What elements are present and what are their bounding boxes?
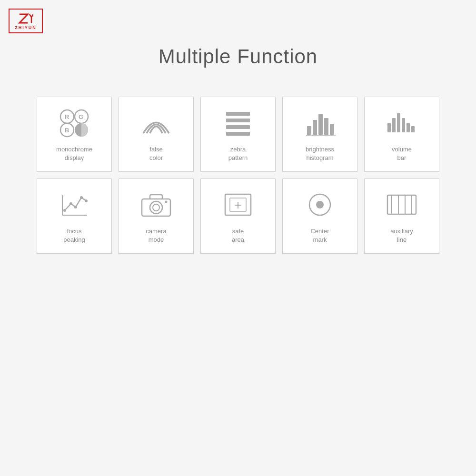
svg-point-30 [74,206,77,208]
card-false-color: falsecolor [119,97,194,172]
auxiliary-line-label: auxiliaryline [390,227,413,244]
svg-point-29 [69,202,72,205]
card-brightness-histogram: brightnesshistogram [282,97,357,172]
svg-text:B: B [65,127,69,134]
svg-rect-10 [226,112,250,116]
svg-text:G: G [79,113,83,120]
svg-rect-45 [405,195,412,214]
graph-icon [58,188,91,221]
feature-grid: R G B monochromedisplay [0,97,476,254]
card-auxiliary-line: auxiliaryline [364,178,439,254]
centermark-icon [303,188,337,221]
svg-rect-17 [324,118,328,135]
card-volume-bar: volumebar [364,97,439,172]
focus-peaking-label: focuspeaking [63,227,85,244]
volumebar-icon [385,106,418,139]
card-center-mark: Centermark [282,178,357,254]
card-zebra-pattern: zebrapattern [200,97,276,172]
monochrome-display-label: monochromedisplay [56,145,92,162]
svg-rect-15 [313,120,317,135]
logo-text: ZHIYUN [15,25,37,30]
center-mark-label: Centermark [310,227,329,244]
svg-point-36 [165,200,168,203]
svg-rect-44 [392,195,398,214]
svg-rect-25 [411,126,415,132]
svg-rect-22 [397,113,400,132]
brightness-histogram-label: brightnesshistogram [306,145,334,162]
safearea-icon [221,188,255,221]
page-title: Multiple Function [0,45,476,68]
rainbow-icon [139,106,173,139]
feature-row-1: R G B monochromedisplay [37,97,439,172]
svg-rect-16 [318,114,323,135]
svg-point-42 [316,201,324,208]
svg-point-31 [80,196,83,199]
zebra-pattern-label: zebrapattern [228,145,248,162]
svg-rect-13 [226,132,250,136]
svg-point-34 [150,201,162,214]
svg-point-32 [85,199,88,202]
volume-bar-label: volumebar [392,145,412,162]
false-color-label: falsecolor [149,145,163,162]
card-focus-peaking: focuspeaking [37,178,112,254]
svg-rect-11 [226,119,250,122]
card-camera-mode: cameramode [119,178,194,254]
histogram-icon [303,106,337,139]
camera-mode-label: cameramode [146,227,166,244]
svg-rect-20 [387,123,391,132]
card-monochrome-display: R G B monochromedisplay [37,97,112,172]
feature-row-2: focuspeaking cameramode [37,178,439,254]
svg-rect-24 [407,123,410,132]
svg-rect-23 [402,118,405,132]
svg-line-1 [31,14,33,17]
rgb-icon: R G B [58,106,91,139]
svg-point-28 [63,209,66,212]
lines-icon [221,106,255,139]
camera-icon [139,188,173,221]
auxiliaryline-icon [385,188,418,221]
safe-area-label: safearea [232,227,244,244]
svg-rect-14 [307,126,311,135]
svg-rect-12 [226,125,250,129]
logo: ZHIYUN [9,9,43,33]
svg-text:R: R [65,113,69,120]
card-safe-area: safearea [200,178,276,254]
svg-point-35 [153,204,159,211]
svg-rect-21 [392,118,396,132]
svg-rect-18 [330,124,334,135]
